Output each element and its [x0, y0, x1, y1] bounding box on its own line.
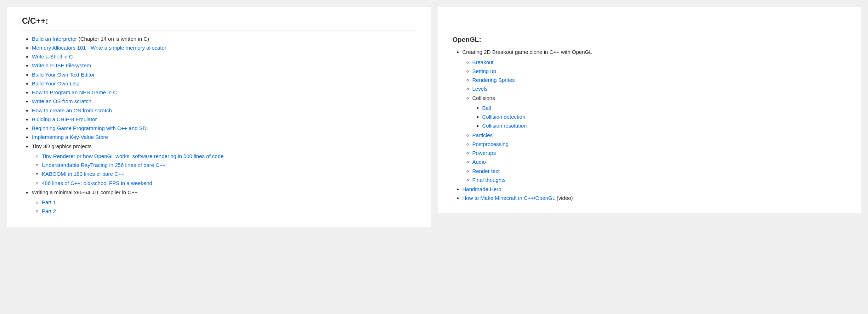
- link[interactable]: Build Your Own Lisp: [32, 80, 79, 86]
- link[interactable]: Tiny Renderer or how OpenGL works: softw…: [42, 153, 223, 159]
- list-item: Part 2: [42, 207, 416, 215]
- list-item-label: Creating 2D Breakout game clone in C++ w…: [463, 49, 592, 55]
- link[interactable]: How to create an OS from scratch: [32, 107, 112, 113]
- list-item-label: Writing a minimal x86-64 JIT compiler in…: [32, 189, 138, 195]
- list-item: Collision resolution: [482, 121, 846, 130]
- link[interactable]: Memory Allocators 101 - Write a simple m…: [32, 45, 166, 51]
- list-item: How to Make Minecraft in C++/OpenGL (vid…: [463, 194, 846, 202]
- right-title: OpenGL:: [453, 34, 846, 45]
- right-list: Creating 2D Breakout game clone in C++ w…: [453, 47, 846, 202]
- columns-container: C/C++: Build an Interpreter (Chapter 14 …: [7, 7, 861, 227]
- list-item: Tiny Renderer or how OpenGL works: softw…: [42, 152, 416, 161]
- list-item: Postprocessing: [472, 140, 846, 148]
- list-item: How to Program an NES Game in C: [32, 88, 416, 97]
- list-item: Building a CHIP-8 Emulator: [32, 115, 416, 124]
- list-item: Memory Allocators 101 - Write a simple m…: [32, 43, 416, 52]
- link[interactable]: Rendering Sprites: [472, 77, 515, 83]
- list-item: Final thoughts: [472, 175, 846, 184]
- link-suffix: (Chapter 14 on is written in C): [77, 36, 149, 42]
- link[interactable]: 486 lines of C++: old-school FPS in a we…: [42, 180, 152, 186]
- list-item: Build an Interpreter (Chapter 14 on is w…: [32, 34, 416, 43]
- link[interactable]: Collision resolution: [482, 123, 527, 129]
- link[interactable]: Particles: [472, 132, 493, 138]
- link[interactable]: Final thoughts: [472, 177, 506, 183]
- list-item: Tiny 3D graphics projectsTiny Renderer o…: [32, 142, 416, 188]
- link[interactable]: Audio: [472, 159, 486, 165]
- list-item: Build Your Own Text Editor: [32, 70, 416, 79]
- list-item: Write an OS from scratch: [32, 97, 416, 106]
- link[interactable]: Breakout: [472, 59, 494, 65]
- list-item: CollisionsBallCollision detectionCollisi…: [472, 94, 846, 131]
- list-item: KABOOM! in 180 lines of bare C++: [42, 169, 416, 178]
- link[interactable]: Part 1: [42, 199, 56, 205]
- right-card: OpenGL: Creating 2D Breakout game clone …: [438, 7, 861, 213]
- list-level-2: BallCollision detectionCollision resolut…: [472, 103, 846, 130]
- list-item: Creating 2D Breakout game clone in C++ w…: [463, 47, 846, 185]
- list-item: Powerups: [472, 148, 846, 157]
- list-item: Ball: [482, 103, 846, 112]
- list-item: Collision detection: [482, 112, 846, 121]
- list-item: Setting up: [472, 67, 846, 75]
- list-item: 486 lines of C++: old-school FPS in a we…: [42, 179, 416, 187]
- link[interactable]: Understandable RayTracing in 256 lines o…: [42, 162, 166, 168]
- link[interactable]: Build Your Own Text Editor: [32, 72, 95, 78]
- link[interactable]: KABOOM! in 180 lines of bare C++: [42, 171, 124, 177]
- link[interactable]: Powerups: [472, 150, 496, 156]
- list-level-1: Tiny Renderer or how OpenGL works: softw…: [32, 152, 416, 187]
- link[interactable]: Ball: [482, 105, 491, 111]
- list-item: Particles: [472, 131, 846, 140]
- link[interactable]: Write a Shell in C: [32, 54, 73, 60]
- list-item: Write a FUSE Filesystem: [32, 61, 416, 70]
- link[interactable]: Handmade Hero: [463, 186, 501, 192]
- list-item: Audio: [472, 157, 846, 166]
- link-suffix: (video): [555, 195, 573, 201]
- link[interactable]: Postprocessing: [472, 141, 509, 147]
- left-list: Build an Interpreter (Chapter 14 on is w…: [22, 34, 416, 216]
- list-item: Render text: [472, 167, 846, 175]
- link[interactable]: Implementing a Key-Value Store: [32, 134, 108, 140]
- link[interactable]: Render text: [472, 168, 500, 174]
- list-item: Understandable RayTracing in 256 lines o…: [42, 161, 416, 169]
- list-item: Rendering Sprites: [472, 75, 846, 84]
- list-item: Beginning Game Programming with C++ and …: [32, 124, 416, 133]
- link[interactable]: Levels: [472, 86, 488, 92]
- list-item: Handmade Hero: [463, 185, 846, 194]
- list-item: Levels: [472, 84, 846, 93]
- list-level-1: BreakoutSetting upRendering SpritesLevel…: [463, 58, 846, 185]
- list-level-1: Part 1Part 2: [32, 198, 416, 216]
- link[interactable]: Setting up: [472, 68, 497, 74]
- link[interactable]: Part 2: [42, 208, 56, 214]
- list-item: Breakout: [472, 58, 846, 67]
- list-item: How to create an OS from scratch: [32, 106, 416, 115]
- link[interactable]: How to Program an NES Game in C: [32, 89, 117, 95]
- list-item: Build Your Own Lisp: [32, 79, 416, 88]
- list-item-label: Tiny 3D graphics projects: [32, 143, 92, 149]
- link[interactable]: Write a FUSE Filesystem: [32, 62, 91, 68]
- link[interactable]: Collision detection: [482, 114, 526, 120]
- list-item-label: Collisions: [472, 95, 495, 101]
- list-item: Part 1: [42, 198, 416, 207]
- list-item: Writing a minimal x86-64 JIT compiler in…: [32, 188, 416, 216]
- link[interactable]: Beginning Game Programming with C++ and …: [32, 125, 149, 131]
- left-title: C/C++:: [22, 15, 416, 31]
- left-card: C/C++: Build an Interpreter (Chapter 14 …: [7, 7, 431, 227]
- link[interactable]: Build an Interpreter: [32, 36, 77, 42]
- link[interactable]: How to Make Minecraft in C++/OpenGL: [463, 195, 555, 201]
- link[interactable]: Building a CHIP-8 Emulator: [32, 116, 97, 122]
- list-item: Write a Shell in C: [32, 52, 416, 61]
- link[interactable]: Write an OS from scratch: [32, 98, 91, 104]
- list-item: Implementing a Key-Value Store: [32, 133, 416, 141]
